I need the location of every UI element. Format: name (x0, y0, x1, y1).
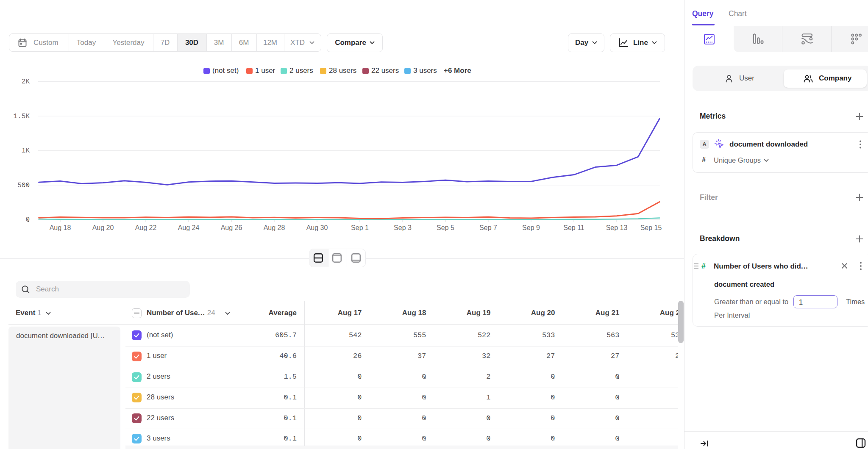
svg-text:Sep 7: Sep 7 (479, 224, 497, 231)
svg-text:Sep 5: Sep 5 (437, 224, 454, 231)
svg-text:Aug 28: Aug 28 (264, 224, 285, 231)
svg-text:Sep 15: Sep 15 (640, 224, 662, 231)
svg-text:Aug 24: Aug 24 (178, 224, 200, 231)
svg-text:Sep 11: Sep 11 (563, 224, 584, 231)
svg-text:Aug 30: Aug 30 (306, 224, 328, 231)
svg-text:Aug 20: Aug 20 (92, 224, 114, 231)
svg-text:Aug 26: Aug 26 (221, 224, 242, 231)
svg-text:Aug 18: Aug 18 (50, 224, 71, 231)
svg-text:Aug 22: Aug 22 (135, 224, 157, 231)
svg-text:Sep 13: Sep 13 (606, 224, 628, 231)
svg-text:Sep 3: Sep 3 (394, 224, 412, 231)
svg-text:Sep 1: Sep 1 (351, 224, 369, 231)
svg-text:Sep 9: Sep 9 (522, 224, 540, 231)
